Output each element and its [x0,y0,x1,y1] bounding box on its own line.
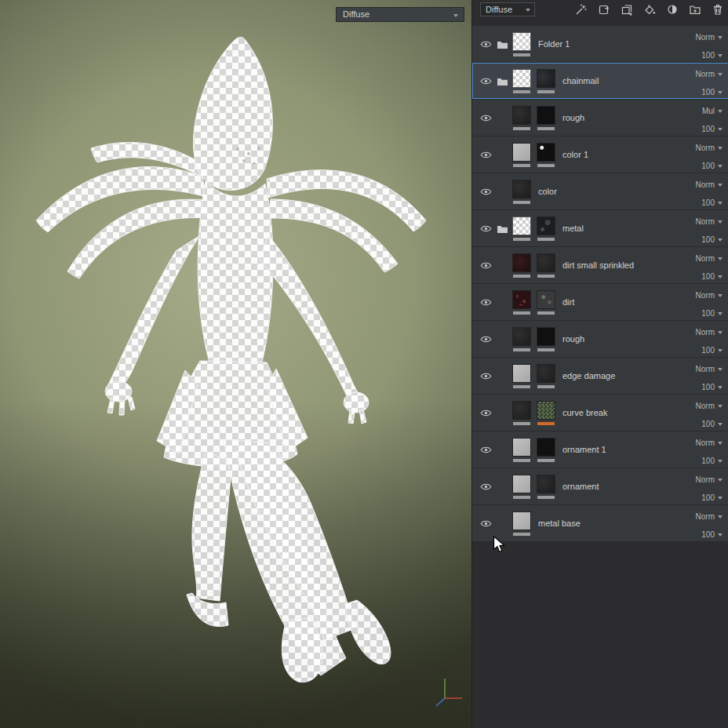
visibility-eye-icon[interactable] [480,369,492,384]
layer-name[interactable]: metal base [538,519,581,528]
layer-thumbnail[interactable] [512,106,531,125]
layer-row-rough[interactable]: roughMul100 [472,100,728,136]
layer-thumbnail[interactable] [537,401,555,420]
opacity-dropdown[interactable]: 100 [696,492,723,504]
blend-mode-dropdown[interactable]: Norm [696,31,723,43]
blend-mode-dropdown[interactable]: Norm [696,474,723,486]
layer-thumbnail[interactable] [512,180,531,198]
layer-name[interactable]: color 1 [562,150,588,159]
opacity-dropdown[interactable]: 100 [696,160,723,172]
opacity-dropdown[interactable]: 100 [696,455,723,467]
visibility-eye-icon[interactable] [480,517,492,531]
layer-thumbnail[interactable] [512,401,531,420]
layer-row-dirt-small-sprinkled[interactable]: dirt small sprinkledNorm100 [472,247,728,284]
layer-name[interactable]: curve break [562,408,607,417]
layer-thumbnail[interactable] [537,364,555,383]
layer-row-ornament-1[interactable]: ornament 1Norm100 [472,431,728,468]
opacity-dropdown[interactable]: 100 [696,308,723,319]
layer-thumbnail[interactable] [512,327,531,346]
visibility-eye-icon[interactable] [480,185,492,199]
layer-thumbnail[interactable] [537,253,555,272]
add-folder-icon[interactable] [688,2,702,16]
layer-name[interactable]: metal [562,224,584,233]
opacity-dropdown[interactable]: 100 [696,344,723,356]
opacity-dropdown[interactable]: 100 [696,86,723,98]
layer-thumbnail[interactable] [537,438,555,457]
visibility-eye-icon[interactable] [480,148,492,162]
viewport-channel-dropdown[interactable]: Diffuse [336,7,464,22]
blend-mode-dropdown[interactable]: Mul [701,105,723,117]
layer-name[interactable]: dirt [562,297,574,307]
blend-mode-dropdown[interactable]: Norm [696,326,723,338]
layer-name[interactable]: dirt small sprinkled [562,260,634,270]
visibility-eye-icon[interactable] [480,480,492,494]
opacity-dropdown[interactable]: 100 [696,234,723,246]
layer-row-rough[interactable]: roughNorm100 [472,321,728,358]
layer-thumbnail[interactable] [537,475,555,493]
blend-mode-dropdown[interactable]: Norm [696,216,723,228]
layer-row-color-1[interactable]: color 1Norm100 [472,136,728,173]
layer-thumbnail[interactable] [537,106,555,125]
smudge-icon[interactable] [665,2,679,16]
layer-name[interactable]: rough [562,334,584,344]
blend-mode-dropdown[interactable]: Norm [696,253,723,264]
visibility-eye-icon[interactable] [480,296,492,310]
visibility-eye-icon[interactable] [480,111,492,126]
blend-mode-dropdown[interactable]: Norm [696,400,723,412]
layer-name[interactable]: ornament [562,482,599,491]
opacity-dropdown[interactable]: 100 [696,381,723,393]
opacity-dropdown[interactable]: 100 [696,271,723,282]
visibility-eye-icon[interactable] [480,222,492,236]
blend-mode-dropdown[interactable]: Norm [696,68,723,80]
axis-gizmo[interactable]: Y X Z [428,665,476,715]
layer-thumbnail[interactable] [512,511,531,530]
layer-row-ornament[interactable]: ornamentNorm100 [472,468,728,505]
layer-thumbnail[interactable] [512,69,531,88]
layer-thumbnail[interactable] [537,217,555,235]
layer-thumbnail[interactable] [512,217,531,235]
visibility-eye-icon[interactable] [480,38,492,52]
blend-mode-dropdown[interactable]: Norm [696,289,723,301]
layer-name[interactable]: rough [562,113,584,122]
visibility-eye-icon[interactable] [480,406,492,420]
fill-bucket-icon[interactable] [642,2,657,16]
opacity-dropdown[interactable]: 100 [696,197,723,209]
layer-row-Folder-1[interactable]: Folder 1Norm100 [472,26,728,63]
blend-mode-dropdown[interactable]: Norm [696,437,723,449]
layer-thumbnail[interactable] [512,32,531,51]
layer-thumbnail[interactable] [537,290,555,309]
layer-name[interactable]: color [538,187,557,196]
layer-row-chainmail[interactable]: chainmailNorm100 [472,63,728,100]
blend-mode-dropdown[interactable]: Norm [696,511,723,522]
trash-icon[interactable] [711,2,725,16]
layer-thumbnail[interactable] [512,438,531,457]
layer-thumbnail[interactable] [512,475,531,493]
layer-row-color[interactable]: colorNorm100 [472,173,728,210]
visibility-eye-icon[interactable] [480,75,492,89]
viewport-3d[interactable]: Diffuse Y X Z [0,0,471,728]
layer-name[interactable]: Folder 1 [538,39,570,49]
layer-name[interactable]: chainmail [562,76,599,86]
magic-wand-icon[interactable] [574,2,588,16]
layer-thumbnail[interactable] [537,69,555,88]
layer-thumbnail[interactable] [512,143,531,162]
panel-channel-dropdown[interactable]: Diffuse [480,2,535,16]
layer-thumbnail[interactable] [537,327,555,346]
opacity-dropdown[interactable]: 100 [696,418,723,430]
visibility-eye-icon[interactable] [480,333,492,347]
add-layer-icon[interactable] [620,2,634,16]
layer-thumbnail[interactable] [512,364,531,383]
opacity-dropdown[interactable]: 100 [701,123,723,135]
blend-mode-dropdown[interactable]: Norm [696,142,723,154]
layer-row-metal[interactable]: metalNorm100 [472,210,728,247]
layer-row-dirt[interactable]: dirtNorm100 [472,284,728,321]
layer-thumbnail[interactable] [512,253,531,272]
layer-row-curve-break[interactable]: curve breakNorm100 [472,395,728,431]
layer-thumbnail[interactable] [512,290,531,309]
blend-mode-dropdown[interactable]: Norm [696,363,723,375]
opacity-dropdown[interactable]: 100 [696,529,723,541]
visibility-eye-icon[interactable] [480,259,492,273]
clone-stamp-icon[interactable] [597,2,611,16]
visibility-eye-icon[interactable] [480,443,492,457]
opacity-dropdown[interactable]: 100 [696,49,723,61]
